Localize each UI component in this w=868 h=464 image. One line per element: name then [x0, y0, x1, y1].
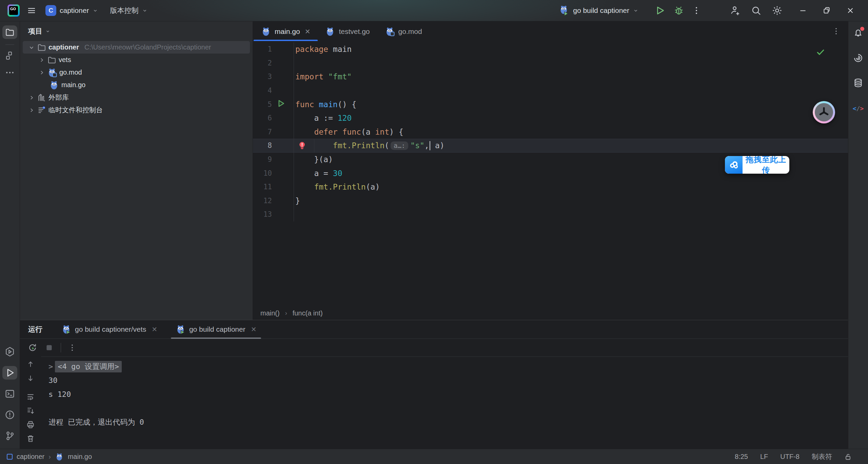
print-icon[interactable] [26, 420, 35, 429]
run-config-label: go build captioner [573, 6, 629, 15]
code-line-12[interactable]: 12 } [253, 194, 848, 208]
stop-button[interactable] [44, 343, 54, 352]
run-button[interactable] [652, 3, 667, 18]
window-minimize-button[interactable] [793, 3, 812, 18]
run-line-icon[interactable] [276, 99, 285, 110]
tree-item-scratches[interactable]: 临时文件和控制台 [23, 104, 250, 116]
tree-item-main-go[interactable]: main.go [23, 79, 250, 91]
tree-item-vets[interactable]: vets [23, 54, 250, 66]
run-tab-label: go build captioner [189, 325, 245, 333]
clear-console-trash-icon[interactable] [26, 434, 35, 443]
parameter-inlay-hint: a…: [391, 141, 408, 150]
line-number: 2 [253, 59, 272, 67]
tab-close-icon[interactable]: ✕ [152, 325, 157, 333]
console-side-toolbar [20, 356, 41, 449]
debug-button[interactable] [671, 3, 686, 18]
settings-gear-icon[interactable] [770, 3, 785, 18]
tree-item-captioner[interactable]: captioner C:\Users\meowr\GolandProjects\… [23, 41, 250, 54]
code-line-2[interactable]: 2 [253, 56, 848, 70]
console-kebab-icon[interactable] [68, 343, 77, 352]
intention-bulb-icon[interactable] [298, 141, 307, 152]
status-project[interactable]: captioner [17, 453, 44, 461]
chevron-right-icon [28, 107, 35, 114]
title-bar: GO C captioner 版本控制 go build captioner [0, 0, 868, 21]
lock-open-icon[interactable] [844, 453, 852, 461]
breadcrumb-item[interactable]: main() [260, 309, 280, 317]
status-indent-style[interactable]: 制表符 [812, 452, 832, 461]
code-editor[interactable]: 1 package main 2 3 import "fmt" 4 5 func… [253, 41, 848, 307]
add-user-icon[interactable] [728, 3, 743, 18]
drag-upload-widget[interactable]: 拖拽至此上传 [725, 156, 789, 174]
code-line-3[interactable]: 3 import "fmt" [253, 70, 848, 84]
folded-command-text[interactable]: <4 go 设置调用> [55, 361, 122, 372]
run-console[interactable]: > <4 go 设置调用>30s 120 进程 已完成，退出代码为 0 [41, 356, 848, 449]
soft-wrap-icon[interactable] [26, 392, 35, 401]
tree-item-external-libraries[interactable]: 外部库 [23, 91, 250, 104]
chevron-down-icon[interactable] [45, 28, 51, 34]
hamburger-menu-icon[interactable] [26, 5, 37, 16]
code-line-4[interactable]: 4 [253, 84, 848, 98]
floating-assistant-badge[interactable] [813, 101, 835, 123]
line-number: 8 [253, 141, 272, 150]
tool-project-icon[interactable] [2, 25, 17, 39]
ai-assistant-icon[interactable] [851, 51, 866, 65]
code-line-8[interactable]: 8 fmt.Println(a…:"s", a) [253, 139, 848, 153]
line-number: 7 [253, 128, 272, 136]
inspections-ok-check-icon[interactable] [815, 47, 826, 57]
tool-problems-icon[interactable] [2, 408, 17, 422]
search-everywhere-icon[interactable] [749, 3, 764, 18]
tool-run-icon[interactable] [2, 366, 17, 380]
vcs-widget[interactable]: 版本控制 [110, 6, 148, 15]
code-tag-icon[interactable]: </> [851, 101, 866, 115]
project-tree: captioner C:\Users\meowr\GolandProjects\… [20, 41, 253, 116]
code-line-7[interactable]: 7 defer func(a int) { [253, 125, 848, 139]
rerun-button[interactable] [27, 343, 38, 353]
code-line-11[interactable]: 11 fmt.Println(a) [253, 180, 848, 194]
down-stacktrace-icon[interactable] [26, 374, 35, 383]
line-number: 12 [253, 197, 272, 205]
code-line-5[interactable]: 5 func main() { [253, 97, 848, 111]
chevron-right-icon [38, 57, 45, 63]
status-line-separator[interactable]: LF [760, 453, 768, 461]
database-icon[interactable] [851, 76, 866, 90]
more-actions-kebab-icon[interactable] [689, 3, 704, 18]
tool-structure-icon[interactable] [2, 49, 17, 62]
fold-expand-icon[interactable]: > [48, 362, 53, 371]
status-file[interactable]: main.go [68, 453, 92, 461]
notifications-bell-icon[interactable] [851, 26, 866, 40]
editor-tab-go-mod[interactable]: go.mod [377, 22, 430, 41]
tool-more-icon[interactable] [2, 66, 17, 79]
console-line: > <4 go 设置调用> [48, 360, 848, 373]
run-tab-go-build-captioner[interactable]: go build captioner ✕ [171, 320, 261, 339]
netdisk-cloud-icon [725, 156, 743, 174]
code-line-1[interactable]: 1 package main [253, 42, 848, 56]
window-close-button[interactable] [841, 3, 860, 18]
status-file-encoding[interactable]: UTF-8 [780, 453, 800, 461]
up-stacktrace-icon[interactable] [26, 360, 35, 369]
tool-services-icon[interactable] [2, 345, 17, 359]
tool-terminal-icon[interactable] [2, 387, 17, 401]
tree-item-label: vets [59, 56, 71, 64]
editor-tab-bar: main.go ✕ testvet.go go.mod [253, 21, 848, 41]
line-number: 3 [253, 73, 272, 81]
tab-close-icon[interactable]: ✕ [305, 27, 311, 36]
editor-tab-testvet-go[interactable]: testvet.go [318, 22, 377, 41]
tab-close-icon[interactable]: ✕ [251, 325, 257, 333]
project-switcher[interactable]: C captioner [45, 5, 98, 16]
breadcrumb-separator: › [285, 310, 287, 317]
code-line-13[interactable]: 13 [253, 208, 848, 221]
line-number: 13 [253, 210, 272, 218]
code-line-6[interactable]: 6 a := 120 [253, 111, 848, 125]
run-configuration-selector[interactable]: go build captioner [559, 5, 639, 16]
left-tool-rail [0, 21, 20, 449]
editor-tab-main-go[interactable]: main.go ✕ [254, 22, 318, 41]
run-tab-go-build-captioner-vets[interactable]: go build captioner/vets ✕ [57, 320, 162, 339]
indent-guide [314, 139, 314, 153]
tool-git-icon[interactable] [2, 429, 17, 443]
window-restore-button[interactable] [817, 3, 836, 18]
tree-item-go-mod[interactable]: go.mod [23, 66, 250, 79]
status-caret-position[interactable]: 8:25 [735, 453, 748, 461]
scroll-to-end-icon[interactable] [26, 406, 35, 415]
editor-options-kebab-icon[interactable] [832, 27, 841, 36]
breadcrumb-item[interactable]: func(a int) [293, 309, 323, 317]
